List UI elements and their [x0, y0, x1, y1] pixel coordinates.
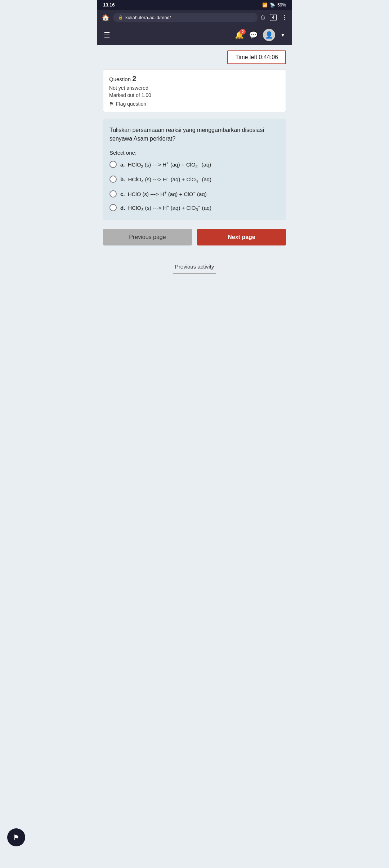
dropdown-arrow-icon[interactable]: ▼ — [280, 32, 285, 38]
menu-icon[interactable]: ☰ — [104, 31, 110, 39]
tab-count[interactable]: 4 — [270, 14, 277, 21]
wifi-icon: 📡 — [270, 3, 275, 8]
question-card: Tuliskan persamaaan reaksi yang menggamb… — [103, 119, 286, 220]
chat-icon[interactable]: 💬 — [249, 31, 258, 39]
timer-container: Time left 0:44:06 — [103, 50, 286, 64]
select-one-label: Select one: — [109, 150, 280, 156]
option-d-label[interactable]: d. HClO3 (s) ---> H+ (aq) + ClO3− (aq) — [120, 203, 211, 213]
browser-bar: 🏠 🔒 kuliah.itera.ac.id/mod/ ⎙ 4 ⋮ — [97, 10, 292, 25]
avatar[interactable]: 👤 — [263, 29, 275, 41]
question-text: Tuliskan persamaaan reaksi yang menggamb… — [109, 126, 280, 143]
list-item: a. HClO2 (s) ---> H+ (aq) + ClO2− (aq) — [109, 160, 280, 170]
bottom-bar: Previous activity — [97, 260, 292, 276]
main-content: Time left 0:44:06 Question 2 Not yet ans… — [97, 45, 292, 260]
flag-icon: ⚑ — [109, 101, 114, 107]
option-d-radio[interactable] — [109, 204, 117, 211]
question-number: 2 — [132, 75, 136, 83]
question-label: Question 2 — [109, 75, 280, 83]
status-time: 13.16 — [103, 2, 115, 8]
list-item: d. HClO3 (s) ---> H+ (aq) + ClO3− (aq) — [109, 203, 280, 213]
flag-question[interactable]: ⚑ Flag question — [109, 101, 280, 107]
timer-box: Time left 0:44:06 — [227, 50, 286, 64]
question-info-card: Question 2 Not yet answered Marked out o… — [103, 69, 286, 112]
notification-wrapper[interactable]: 🔔 2 — [235, 31, 244, 39]
list-item: b. HClO4 (s) ---> H+ (aq) + ClO4− (aq) — [109, 175, 280, 185]
url-bar[interactable]: 🔒 kuliah.itera.ac.id/mod/ — [113, 13, 258, 22]
question-status: Not yet answered — [109, 85, 280, 91]
lock-icon: 🔒 — [118, 15, 123, 20]
option-c-label[interactable]: c. HClO (s) ---> H+ (aq) + ClO− (aq) — [120, 190, 207, 199]
nav-bar: ☰ 🔔 2 💬 👤 ▼ — [97, 25, 292, 45]
list-item: c. HClO (s) ---> H+ (aq) + ClO− (aq) — [109, 190, 280, 199]
bottom-indicator — [173, 273, 216, 274]
status-bar: 13.16 📶 📡 59% — [97, 0, 292, 10]
notification-badge: 2 — [240, 29, 246, 35]
share-icon[interactable]: ⎙ — [261, 14, 265, 21]
option-b-radio[interactable] — [109, 176, 117, 183]
question-marks: Marked out of 1.00 — [109, 92, 280, 98]
url-text: kuliah.itera.ac.id/mod/ — [125, 15, 171, 20]
battery-text: 59% — [277, 3, 286, 8]
nav-buttons: Previous page Next page — [103, 229, 286, 245]
more-icon[interactable]: ⋮ — [282, 14, 287, 21]
options-list: a. HClO2 (s) ---> H+ (aq) + ClO2− (aq) b… — [109, 160, 280, 213]
option-b-label[interactable]: b. HClO4 (s) ---> H+ (aq) + ClO4− (aq) — [120, 175, 211, 185]
next-page-button[interactable]: Next page — [197, 229, 286, 245]
previous-page-button[interactable]: Previous page — [103, 229, 192, 245]
status-right: 📶 📡 59% — [262, 3, 286, 8]
nav-right-icons: 🔔 2 💬 👤 ▼ — [235, 29, 285, 41]
signal-icon: 📶 — [262, 3, 268, 8]
home-icon[interactable]: 🏠 — [102, 14, 109, 22]
option-a-label[interactable]: a. HClO2 (s) ---> H+ (aq) + ClO2− (aq) — [120, 160, 211, 170]
option-a-radio[interactable] — [109, 161, 117, 168]
flag-label: Flag question — [116, 101, 146, 107]
option-c-radio[interactable] — [109, 190, 117, 198]
browser-icons: ⎙ 4 ⋮ — [261, 14, 287, 21]
previous-activity-label[interactable]: Previous activity — [175, 264, 214, 270]
